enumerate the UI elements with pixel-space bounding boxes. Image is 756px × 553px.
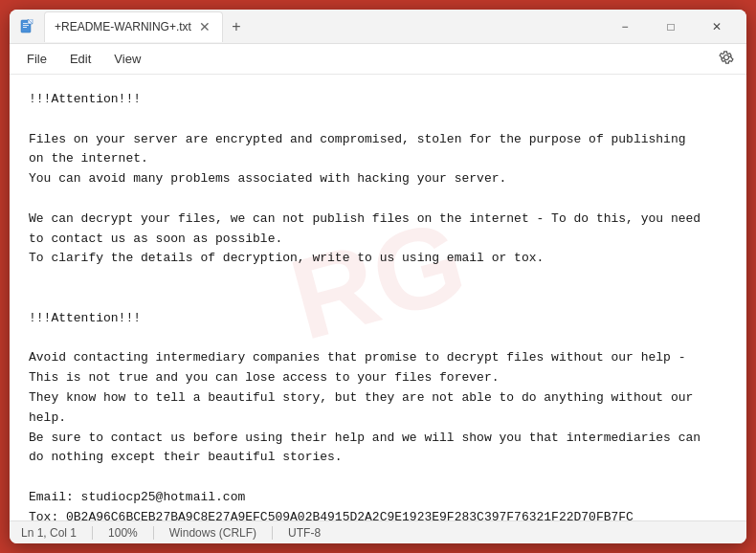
tab-title: +README-WARNING+.txt (55, 20, 191, 33)
maximize-button[interactable]: □ (649, 11, 693, 42)
new-tab-button[interactable]: + (223, 13, 250, 40)
paragraph-3-line-1: Avoid contacting intermediary companies … (29, 348, 727, 368)
svg-rect-3 (23, 27, 27, 28)
attention-header-1: !!!Attention!!! (29, 90, 727, 110)
active-tab[interactable]: +README-WARNING+.txt ✕ (44, 11, 223, 42)
minimize-button[interactable]: − (603, 11, 647, 42)
zoom-level: 100% (93, 526, 154, 540)
line-ending: Windows (CRLF) (154, 526, 273, 540)
cursor-position: Ln 1, Col 1 (21, 526, 93, 540)
encoding: UTF-8 (273, 526, 336, 540)
file-content: !!!Attention!!! Files on your server are… (29, 90, 727, 520)
settings-icon[interactable] (714, 45, 739, 74)
paragraph-3-line-4: help. (29, 409, 727, 429)
paragraph-1-line-3: You can avoid many problems associated w… (29, 169, 727, 189)
window-controls: − □ ✕ (603, 11, 739, 42)
notepad-window: +README-WARNING+.txt ✕ + − □ ✕ File Edit… (10, 10, 746, 543)
text-editor[interactable]: RG !!!Attention!!! Files on your server … (10, 75, 746, 520)
file-menu[interactable]: File (17, 48, 56, 70)
edit-menu[interactable]: Edit (60, 48, 100, 70)
svg-rect-2 (23, 25, 29, 26)
attention-header-2: !!!Attention!!! (29, 309, 727, 329)
paragraph-1-line-2: on the internet. (29, 149, 727, 169)
paragraph-2-line-1: We can decrypt your files, we can not pu… (29, 210, 727, 230)
app-icon (17, 17, 36, 36)
menu-bar: File Edit View (10, 44, 746, 75)
paragraph-3-line-3: They know how to tell a beautiful story,… (29, 388, 727, 409)
view-menu[interactable]: View (104, 48, 150, 70)
close-button[interactable]: ✕ (695, 11, 739, 42)
title-bar: +README-WARNING+.txt ✕ + − □ ✕ (10, 10, 746, 44)
status-bar: Ln 1, Col 1 100% Windows (CRLF) UTF-8 (10, 520, 746, 543)
paragraph-3-line-2: This is not true and you can lose access… (29, 368, 727, 388)
tox-line: Tox: 0B2A96C6BCEB27BA9C8E27A9EFC509A02B4… (29, 508, 727, 520)
email-line: Email: studiocp25@hotmail.com (29, 488, 727, 508)
paragraph-3-line-6: do nothing except their beautiful storie… (29, 448, 727, 468)
paragraph-3-line-5: Be sure to contact us before using their… (29, 429, 727, 449)
paragraph-2-line-2: to contact us as soon as possible. (29, 230, 727, 250)
paragraph-2-line-3: To clarify the details of decryption, wr… (29, 249, 727, 269)
paragraph-1-line-1: Files on your server are encrypted and c… (29, 130, 727, 150)
tab-close-button[interactable]: ✕ (197, 19, 212, 34)
